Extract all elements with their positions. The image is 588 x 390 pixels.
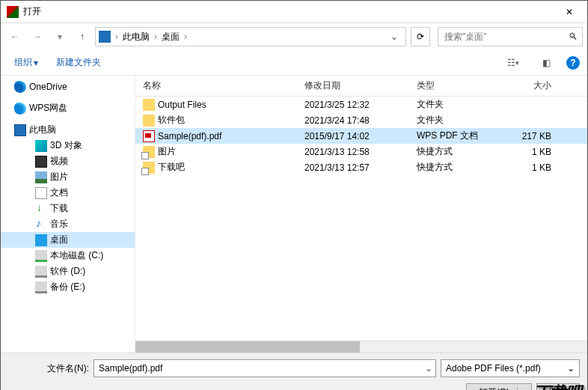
view-mode-button[interactable]: ☷ ▾ (500, 54, 526, 72)
sidebar-item-disk-c[interactable]: 本地磁盘 (C:) (1, 248, 135, 263)
sidebar-item-documents[interactable]: 文档 (1, 185, 135, 201)
file-pane: 名称 修改日期 类型 大小 Output Files 2021/3/25 12:… (135, 76, 587, 353)
file-row[interactable]: 下载吧 2021/3/13 12:57 快捷方式 1 KB (135, 159, 587, 175)
file-type-filter[interactable]: Adobe PDF Files (*.pdf) ⌄ (441, 359, 580, 377)
address-bar[interactable]: › 此电脑 › 桌面 › ⌄ (95, 27, 406, 46)
3d-icon (35, 140, 47, 152)
chevron-right-icon: › (183, 31, 189, 42)
file-row[interactable]: Output Files 2021/3/25 12:32 文件夹 (135, 97, 587, 112)
disk-icon (35, 281, 47, 293)
search-input[interactable] (443, 31, 569, 43)
pc-icon (99, 31, 111, 43)
nav-up-button[interactable]: ↑ (73, 27, 92, 46)
sidebar-item-wps[interactable]: WPS网盘 (1, 100, 135, 116)
onedrive-icon (14, 81, 26, 93)
disk-icon (35, 266, 47, 278)
horizontal-scrollbar[interactable] (135, 341, 587, 353)
music-icon (35, 219, 47, 231)
window-title: 打开 (23, 5, 557, 18)
column-headers: 名称 修改日期 类型 大小 (135, 76, 587, 97)
sidebar-item-music[interactable]: 音乐 (1, 216, 135, 232)
nav-forward-button[interactable]: → (28, 27, 47, 46)
sidebar-item-this-pc[interactable]: 此电脑 (1, 122, 135, 138)
video-icon (35, 156, 47, 168)
preview-pane-button[interactable]: ◧ (533, 54, 559, 72)
scrollbar-thumb[interactable] (135, 341, 360, 353)
chevron-down-icon[interactable]: ⌄ (422, 363, 435, 374)
split-dropdown-icon[interactable]: ▾ (517, 387, 527, 390)
col-date-header[interactable]: 修改日期 (304, 79, 417, 92)
help-button[interactable]: ? (566, 56, 580, 70)
filename-input[interactable] (94, 363, 422, 374)
chevron-down-icon: ▾ (34, 58, 38, 68)
title-bar: 打开 ✕ (1, 1, 587, 23)
sidebar-item-disk-d[interactable]: 软件 (D:) (1, 263, 135, 279)
downloads-icon (35, 203, 47, 215)
app-icon (7, 6, 19, 18)
dialog-body: OneDrive WPS网盘 此电脑 3D 对象 视频 图片 文档 下载 音乐 … (1, 76, 587, 353)
cancel-button[interactable]: 取消 (536, 383, 580, 390)
nav-recent-button[interactable]: ▾ (50, 27, 70, 46)
chevron-right-icon: › (153, 31, 159, 42)
desktop-icon (35, 234, 47, 246)
col-size-header[interactable]: 大小 (503, 79, 557, 92)
disk-icon (35, 250, 47, 262)
wps-icon (14, 103, 26, 115)
search-box[interactable]: 🔍︎ (438, 27, 583, 46)
breadcrumb-root[interactable]: 此电脑 (120, 29, 153, 45)
folder-icon (143, 99, 155, 111)
nav-bar: ← → ▾ ↑ › 此电脑 › 桌面 › ⌄ ⟳ 🔍︎ (1, 23, 587, 50)
bottom-bar: 文件名(N): ⌄ Adobe PDF Files (*.pdf) ⌄ 打开(O… (1, 353, 587, 390)
filename-combo[interactable]: ⌄ (94, 359, 436, 377)
folder-icon (143, 115, 155, 127)
documents-icon (35, 187, 47, 199)
sidebar-item-3d-objects[interactable]: 3D 对象 (1, 138, 135, 153)
refresh-button[interactable]: ⟳ (411, 27, 430, 46)
sidebar-item-pictures[interactable]: 图片 (1, 169, 135, 185)
breadcrumb-current[interactable]: 桌面 (159, 29, 183, 45)
col-name-header[interactable]: 名称 (135, 79, 304, 92)
filename-label: 文件名(N): (8, 362, 89, 375)
sidebar-item-downloads[interactable]: 下载 (1, 201, 135, 216)
sidebar-item-videos[interactable]: 视频 (1, 153, 135, 169)
sidebar-item-onedrive[interactable]: OneDrive (1, 79, 135, 94)
chevron-down-icon: ⌄ (567, 363, 575, 374)
close-button[interactable]: ✕ (557, 4, 581, 20)
file-row[interactable]: Sample(pdf).pdf 2015/9/17 14:02 WPS PDF … (135, 128, 587, 144)
address-dropdown[interactable]: ⌄ (386, 31, 402, 42)
pictures-icon (35, 171, 47, 183)
sidebar-item-disk-e[interactable]: 备份 (E:) (1, 279, 135, 295)
pdf-icon (143, 130, 155, 142)
organize-button[interactable]: 组织▾ (8, 53, 44, 72)
open-dialog: 打开 ✕ ← → ▾ ↑ › 此电脑 › 桌面 › ⌄ ⟳ 🔍︎ 组织▾ 新建文… (0, 0, 588, 390)
new-folder-button[interactable]: 新建文件夹 (50, 53, 107, 72)
shortcut-icon (143, 146, 155, 158)
sidebar-item-desktop[interactable]: 桌面 (1, 232, 135, 248)
nav-tree[interactable]: OneDrive WPS网盘 此电脑 3D 对象 视频 图片 文档 下载 音乐 … (1, 76, 135, 353)
file-row[interactable]: 软件包 2021/3/24 17:48 文件夹 (135, 112, 587, 128)
pc-icon (14, 124, 26, 136)
chevron-right-icon: › (114, 31, 120, 42)
file-list[interactable]: Output Files 2021/3/25 12:32 文件夹 软件包 202… (135, 97, 587, 341)
col-type-header[interactable]: 类型 (417, 79, 503, 92)
toolbar: 组织▾ 新建文件夹 ☷ ▾ ◧ ? (1, 50, 587, 76)
search-icon[interactable]: 🔍︎ (569, 31, 578, 42)
shortcut-icon (143, 162, 155, 174)
nav-back-button[interactable]: ← (5, 27, 25, 46)
open-button[interactable]: 打开(O)▾ (466, 383, 532, 390)
file-row[interactable]: 图片 2021/3/13 12:58 快捷方式 1 KB (135, 144, 587, 159)
